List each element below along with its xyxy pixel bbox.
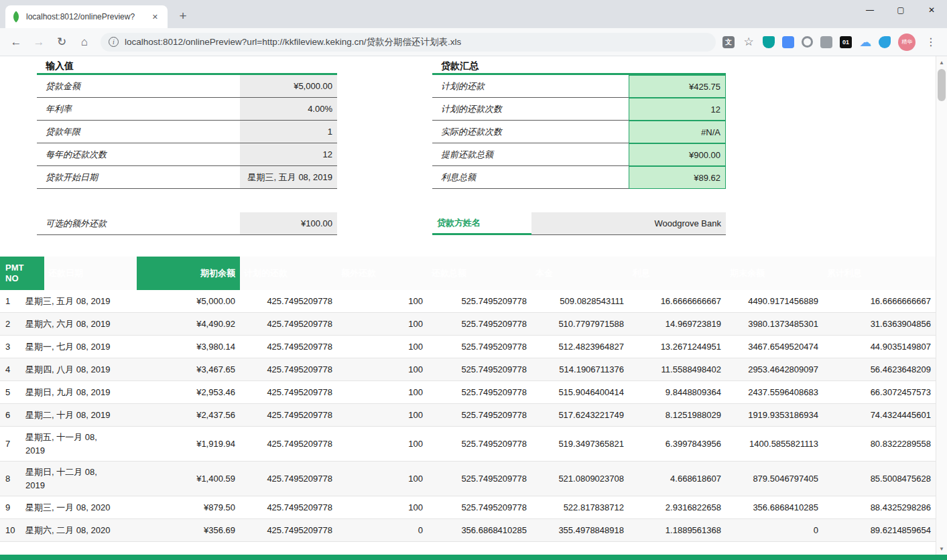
minimize-button[interactable]: —	[855, 0, 885, 20]
schedule-header-cell: 还款日期	[44, 257, 137, 290]
home-icon[interactable]: ⌂	[75, 33, 94, 52]
scroll-down-icon[interactable]: ▼	[936, 543, 947, 554]
field-row: 计划的还款¥425.75	[432, 75, 726, 98]
schedule-cell: 100	[337, 293, 428, 309]
translate-icon[interactable]: 文	[722, 36, 735, 48]
schedule-cell: 525.7495209778	[428, 500, 531, 515]
schedule-header-cell: 期初余额	[137, 257, 240, 290]
schedule-cell: 3	[0, 339, 22, 354]
schedule-cell: 5	[0, 384, 22, 400]
extension-shield-icon[interactable]	[763, 36, 775, 48]
schedule-cell: 3980.1373485301	[726, 316, 823, 332]
tab-title: localhost:8012/onlinePreview?	[26, 12, 149, 21]
scrollbar-thumb[interactable]	[938, 69, 946, 101]
schedule-cell: 2	[0, 316, 22, 332]
field-row: 实际的还款次数#N/A	[432, 121, 726, 143]
vertical-scrollbar[interactable]: ▲ ▼	[936, 56, 947, 555]
extension-badge-icon[interactable]: 01	[840, 36, 852, 48]
toolbar-right-cluster: 文 ☆ 01 ☁ 精华 ⋮	[722, 33, 940, 51]
schedule-cell: 100	[337, 471, 428, 486]
field-row: 贷款开始日期星期三, 五月 08, 2019	[37, 166, 337, 189]
schedule-cell: 1400.5855821113	[726, 436, 823, 451]
cloud-extension-icon[interactable]: ☁	[859, 36, 871, 48]
table-row: 2星期六, 六月 08, 2019¥4,490.92425.7495209778…	[0, 313, 936, 336]
page-info-icon[interactable]: i	[109, 37, 119, 47]
summary-spacer	[432, 189, 726, 212]
forward-icon[interactable]: →	[29, 33, 48, 52]
schedule-cell: 8	[0, 471, 22, 486]
bookmark-star-icon[interactable]: ☆	[742, 36, 755, 49]
schedule-cell: 31.6363904856	[823, 316, 936, 332]
summary-rows: 计划的还款¥425.75计划的还款次数12实际的还款次数#N/A提前还款总额¥9…	[432, 75, 726, 189]
field-value: ¥425.75	[629, 75, 726, 98]
extension-blue-icon[interactable]	[782, 36, 794, 48]
schedule-cell: ¥4,490.92	[137, 316, 240, 332]
schedule-cell: 425.7495209778	[240, 362, 337, 377]
schedule-cell: 星期五, 十一月 08, 2019	[22, 428, 106, 460]
schedule-cell: 355.4978848918	[531, 522, 629, 538]
address-bar[interactable]: i localhost:8012/onlinePreview?url=http:…	[101, 33, 716, 52]
scroll-up-icon[interactable]: ▲	[936, 57, 947, 68]
tab-close-icon[interactable]: ✕	[149, 11, 161, 23]
schedule-cell: ¥5,000.00	[137, 293, 240, 309]
extension-gray-icon[interactable]	[820, 36, 832, 48]
schedule-cell: ¥1,400.59	[137, 471, 240, 486]
bird-extension-icon[interactable]	[879, 36, 891, 48]
field-value: ¥100.00	[240, 212, 337, 234]
profile-avatar[interactable]: 精华	[898, 33, 916, 51]
schedule-cell: 0	[337, 522, 428, 538]
schedule-cell: 525.7495209778	[428, 362, 531, 377]
schedule-cell: 525.7495209778	[428, 436, 531, 451]
reload-icon[interactable]: ↻	[52, 33, 71, 52]
schedule-cell: 356.6868410285	[428, 522, 531, 538]
schedule-cell: 74.4324445601	[823, 407, 936, 423]
back-icon[interactable]: ←	[7, 33, 25, 52]
close-button[interactable]: ✕	[916, 0, 947, 20]
schedule-cell: 16.6666666667	[823, 293, 936, 309]
field-row: 每年的还款次数12	[37, 143, 337, 166]
maximize-button[interactable]: ▢	[885, 0, 916, 20]
field-label: 年利率	[37, 98, 240, 120]
schedule-cell: 56.4623648209	[823, 362, 936, 377]
schedule-cell: 100	[337, 436, 428, 451]
table-row: 7星期五, 十一月 08, 2019¥1,919.94425.749520977…	[0, 427, 936, 462]
field-label: 贷款开始日期	[37, 166, 240, 188]
lender-value: Woodgrove Bank	[531, 212, 726, 235]
schedule-header-cell: 累计利息	[823, 257, 936, 290]
nav-icons: ← → ↻ ⌂	[7, 33, 94, 52]
field-label: 利息总额	[432, 166, 629, 188]
schedule-cell: 2953.4642809097	[726, 362, 823, 377]
schedule-cell: 1919.9353186934	[726, 407, 823, 423]
lender-label: 贷款方姓名	[432, 212, 531, 235]
schedule-cell: 425.7495209778	[240, 522, 337, 538]
extra-payment-row: 可选的额外还款 ¥100.00	[37, 212, 337, 235]
summary-section: 贷款汇总 计划的还款¥425.75计划的还款次数12实际的还款次数#N/A提前还…	[432, 60, 726, 235]
schedule-cell: 9.8448809364	[629, 384, 726, 400]
field-value: 1	[240, 121, 337, 143]
tab-strip: localhost:8012/onlinePreview? ✕ + — ▢ ✕	[0, 0, 947, 28]
schedule-cell: 425.7495209778	[240, 471, 337, 486]
schedule-cell: 66.3072457573	[823, 384, 936, 400]
schedule-cell: 星期一, 七月 08, 2019	[22, 338, 137, 356]
input-spacer	[37, 189, 337, 212]
table-row: 9星期三, 一月 08, 2020¥879.50425.749520977810…	[0, 496, 936, 519]
schedule-cell: 514.1906711376	[531, 362, 629, 377]
schedule-cell: 3467.6549520474	[726, 339, 823, 354]
schedule-cell: 星期四, 八月 08, 2019	[22, 360, 137, 379]
schedule-cell: 517.6243221749	[531, 407, 629, 423]
schedule-cell: 44.9035149807	[823, 339, 936, 354]
schedule-header-cell: PMT NO	[0, 257, 44, 290]
field-label: 可选的额外还款	[37, 212, 240, 234]
field-row: 贷款金额¥5,000.00	[37, 75, 337, 98]
new-tab-button[interactable]: +	[174, 7, 192, 25]
field-row: 贷款年限1	[37, 121, 337, 143]
schedule-cell: 425.7495209778	[240, 407, 337, 423]
field-value: #N/A	[629, 121, 726, 143]
schedule-header: PMT NO还款日期期初余额计划的还款额外还款还款总额本金利息期末余额累计利息	[0, 257, 936, 290]
schedule-cell: 9	[0, 500, 22, 515]
extension-ring-icon[interactable]	[802, 36, 813, 48]
browser-tab[interactable]: localhost:8012/onlinePreview? ✕	[5, 5, 168, 28]
browser-menu-icon[interactable]: ⋮	[923, 36, 939, 48]
schedule-cell: 2437.5596408683	[726, 384, 823, 400]
input-rows: 贷款金额¥5,000.00年利率4.00%贷款年限1每年的还款次数12贷款开始日…	[37, 75, 337, 189]
